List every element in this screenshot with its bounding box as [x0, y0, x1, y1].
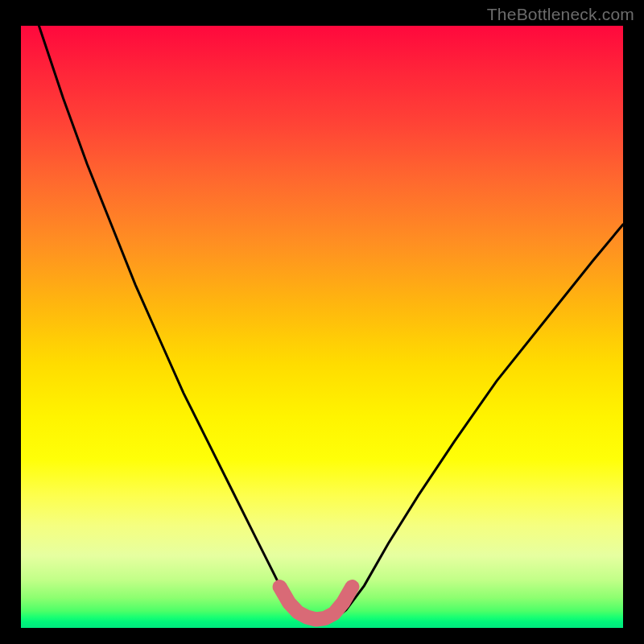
bottleneck-curve — [39, 26, 623, 621]
optimal-range-highlight — [280, 587, 353, 619]
curve-svg — [21, 26, 623, 628]
plot-area — [21, 26, 623, 628]
outer-frame: TheBottleneck.com — [0, 0, 644, 644]
watermark-text: TheBottleneck.com — [487, 5, 634, 24]
